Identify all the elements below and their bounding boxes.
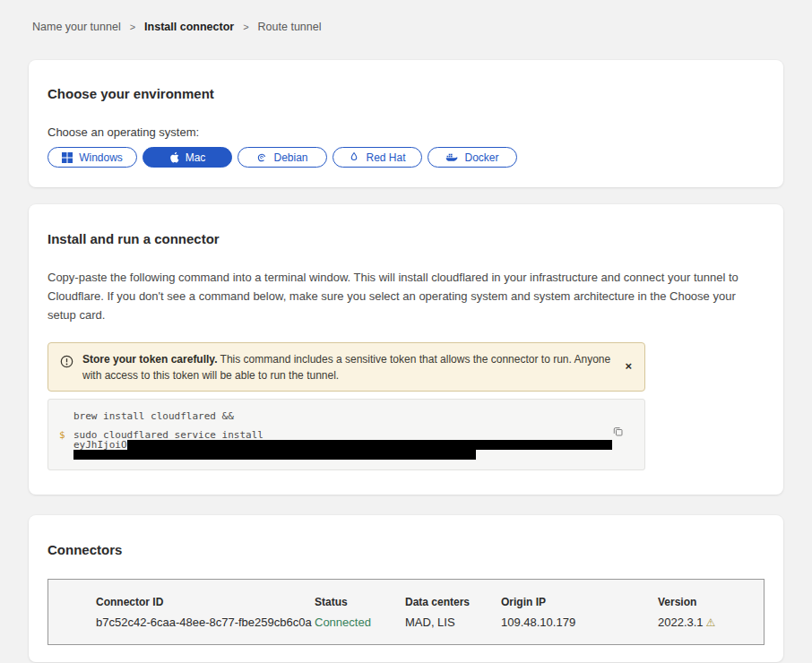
os-button-label: Windows (79, 151, 123, 164)
os-button-label: Docker (464, 151, 498, 164)
connectors-card-title: Connectors (48, 542, 764, 557)
connector-status-badge: Connected (315, 616, 405, 629)
connectors-card: Connectors Connector ID Status Data cent… (29, 515, 783, 662)
column-header-version: Version (658, 596, 746, 608)
connector-version-value: 2022.3.1⚠ (658, 616, 746, 629)
os-button-group: Windows Mac Debian Red Hat Docker (48, 147, 764, 168)
code-line-sudo-group: $ sudo cloudflared service install eyJhI… (48, 430, 644, 460)
connector-data-centers-value: MAD, LIS (405, 616, 501, 629)
debian-logo-icon (256, 152, 267, 163)
os-select-label: Choose an operating system: (48, 125, 764, 139)
breadcrumb-step-route-tunnel[interactable]: Route tunnel (258, 21, 322, 33)
shell-prompt: $ (48, 430, 73, 460)
warning-triangle-icon: ⚠ (706, 616, 716, 629)
os-button-mac[interactable]: Mac (143, 147, 232, 168)
connectors-table-header: Connector ID Status Data centers Origin … (96, 596, 746, 608)
column-header-connector-id: Connector ID (96, 596, 315, 608)
os-button-windows[interactable]: Windows (48, 147, 137, 168)
column-header-origin-ip: Origin IP (501, 596, 658, 608)
breadcrumb-step-name-your-tunnel[interactable]: Name your tunnel (32, 21, 121, 33)
connector-id-value: b7c52c42-6caa-48ee-8c77-fbe259cb6c0a (96, 616, 315, 629)
token-warning-title: Store your token carefully. (82, 353, 218, 366)
copy-icon[interactable] (610, 424, 626, 442)
connectors-table: Connector ID Status Data centers Origin … (48, 579, 764, 645)
code-line-brew: brew install cloudflared && (48, 411, 644, 422)
breadcrumb-separator: > (243, 22, 248, 32)
token-warning-banner: Store your token carefully. This command… (48, 342, 645, 392)
apple-logo-icon (169, 151, 179, 163)
environment-card: Choose your environment Choose an operat… (29, 60, 783, 187)
connector-table-row: b7c52c42-6caa-48ee-8c77-fbe259cb6c0a Con… (96, 616, 746, 629)
breadcrumb: Name your tunnel > Install connector > R… (0, 0, 812, 33)
connector-origin-ip-value: 109.48.10.179 (501, 616, 658, 629)
redhat-logo-icon (349, 151, 359, 163)
install-instructions: Copy-paste the following command into a … (48, 268, 762, 324)
windows-logo-icon (62, 152, 73, 163)
column-header-data-centers: Data centers (405, 596, 501, 608)
version-number: 2022.3.1 (658, 616, 704, 629)
breadcrumb-step-install-connector[interactable]: Install connector (144, 21, 234, 33)
environment-card-title: Choose your environment (48, 86, 764, 101)
os-button-docker[interactable]: Docker (428, 147, 517, 168)
os-button-label: Debian (273, 151, 307, 164)
os-button-debian[interactable]: Debian (238, 147, 327, 168)
code-line-sudo: sudo cloudflared service install (73, 430, 612, 440)
os-button-label: Red Hat (366, 151, 405, 164)
token-redaction-bar (73, 450, 476, 460)
breadcrumb-separator: > (130, 22, 135, 32)
install-card-title: Install and run a connector (48, 231, 764, 246)
alert-circle-icon (60, 355, 73, 372)
close-icon[interactable]: × (623, 357, 634, 375)
token-redaction-bar (127, 440, 612, 450)
install-command-codeblock: brew install cloudflared && $ sudo cloud… (48, 399, 645, 470)
column-header-status: Status (315, 596, 405, 608)
token-prefix: eyJhIjoiO (73, 440, 127, 450)
docker-logo-icon (445, 152, 458, 162)
os-button-redhat[interactable]: Red Hat (333, 147, 422, 168)
os-button-label: Mac (186, 151, 206, 164)
token-warning-text: Store your token carefully. This command… (82, 351, 614, 383)
install-connector-card: Install and run a connector Copy-paste t… (29, 204, 783, 495)
code-line-token-2 (73, 450, 612, 460)
code-line-token: eyJhIjoiO (73, 440, 612, 450)
